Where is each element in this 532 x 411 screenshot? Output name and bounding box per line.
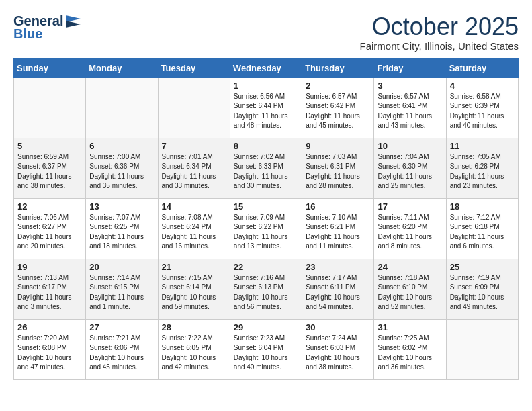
day-info: Sunrise: 6:58 AM Sunset: 6:39 PM Dayligh…	[450, 92, 515, 131]
calendar-week-row: 26Sunrise: 7:20 AM Sunset: 6:08 PM Dayli…	[14, 319, 519, 379]
day-number: 16	[306, 201, 370, 212]
day-number: 8	[234, 141, 298, 151]
day-info: Sunrise: 7:23 AM Sunset: 6:04 PM Dayligh…	[234, 334, 298, 373]
calendar-cell: 31Sunrise: 7:25 AM Sunset: 6:02 PM Dayli…	[374, 319, 446, 379]
day-number: 31	[378, 322, 442, 332]
day-number: 11	[450, 141, 515, 151]
calendar-cell: 11Sunrise: 7:05 AM Sunset: 6:28 PM Dayli…	[446, 138, 518, 198]
day-number: 2	[306, 81, 370, 91]
day-info: Sunrise: 7:13 AM Sunset: 6:17 PM Dayligh…	[17, 273, 82, 312]
logo: General Blue	[13, 13, 81, 42]
calendar-week-row: 19Sunrise: 7:13 AM Sunset: 6:17 PM Dayli…	[14, 259, 519, 319]
day-number: 19	[17, 262, 82, 272]
day-number: 23	[306, 262, 370, 272]
day-info: Sunrise: 7:06 AM Sunset: 6:27 PM Dayligh…	[17, 213, 82, 252]
calendar-cell: 16Sunrise: 7:10 AM Sunset: 6:21 PM Dayli…	[302, 198, 374, 259]
calendar-cell: 18Sunrise: 7:12 AM Sunset: 6:18 PM Dayli…	[446, 198, 518, 259]
day-info: Sunrise: 6:57 AM Sunset: 6:42 PM Dayligh…	[306, 92, 370, 131]
day-number: 1	[234, 81, 298, 91]
day-number: 6	[89, 141, 154, 151]
calendar-cell: 8Sunrise: 7:02 AM Sunset: 6:33 PM Daylig…	[230, 138, 302, 198]
day-info: Sunrise: 7:11 AM Sunset: 6:20 PM Dayligh…	[378, 213, 442, 252]
day-info: Sunrise: 7:21 AM Sunset: 6:06 PM Dayligh…	[89, 334, 154, 373]
calendar-cell: 29Sunrise: 7:23 AM Sunset: 6:04 PM Dayli…	[230, 319, 302, 379]
calendar-cell	[158, 77, 230, 138]
day-info: Sunrise: 7:22 AM Sunset: 6:05 PM Dayligh…	[162, 334, 226, 373]
day-header-wednesday: Wednesday	[230, 58, 302, 77]
calendar-cell	[14, 77, 86, 138]
calendar-cell: 26Sunrise: 7:20 AM Sunset: 6:08 PM Dayli…	[14, 319, 86, 379]
day-header-sunday: Sunday	[14, 58, 86, 77]
location: Fairmont City, Illinois, United States	[360, 40, 519, 52]
calendar-cell: 19Sunrise: 7:13 AM Sunset: 6:17 PM Dayli…	[14, 259, 86, 319]
calendar-cell: 21Sunrise: 7:15 AM Sunset: 6:14 PM Dayli…	[158, 259, 230, 319]
calendar-cell: 30Sunrise: 7:24 AM Sunset: 6:03 PM Dayli…	[302, 319, 374, 379]
day-number: 4	[450, 81, 515, 91]
calendar-cell	[86, 77, 158, 138]
day-number: 17	[378, 201, 442, 212]
day-info: Sunrise: 7:12 AM Sunset: 6:18 PM Dayligh…	[450, 213, 515, 252]
day-info: Sunrise: 7:03 AM Sunset: 6:31 PM Dayligh…	[306, 152, 370, 191]
calendar-week-row: 12Sunrise: 7:06 AM Sunset: 6:27 PM Dayli…	[14, 198, 519, 259]
day-info: Sunrise: 6:57 AM Sunset: 6:41 PM Dayligh…	[378, 92, 442, 131]
day-info: Sunrise: 7:25 AM Sunset: 6:02 PM Dayligh…	[378, 334, 442, 373]
day-number: 28	[162, 322, 226, 332]
day-number: 13	[89, 201, 154, 212]
calendar-cell: 12Sunrise: 7:06 AM Sunset: 6:27 PM Dayli…	[14, 198, 86, 259]
day-header-thursday: Thursday	[302, 58, 374, 77]
day-info: Sunrise: 7:10 AM Sunset: 6:21 PM Dayligh…	[306, 213, 370, 252]
calendar-cell: 9Sunrise: 7:03 AM Sunset: 6:31 PM Daylig…	[302, 138, 374, 198]
day-number: 21	[162, 262, 226, 272]
calendar-cell: 4Sunrise: 6:58 AM Sunset: 6:39 PM Daylig…	[446, 77, 518, 138]
day-info: Sunrise: 7:18 AM Sunset: 6:10 PM Dayligh…	[378, 273, 442, 312]
calendar-cell: 15Sunrise: 7:09 AM Sunset: 6:22 PM Dayli…	[230, 198, 302, 259]
svg-marker-0	[66, 15, 81, 22]
calendar-cell: 10Sunrise: 7:04 AM Sunset: 6:30 PM Dayli…	[374, 138, 446, 198]
calendar-table: SundayMondayTuesdayWednesdayThursdayFrid…	[13, 58, 519, 380]
day-info: Sunrise: 7:19 AM Sunset: 6:09 PM Dayligh…	[450, 273, 515, 312]
day-info: Sunrise: 7:08 AM Sunset: 6:24 PM Dayligh…	[162, 213, 226, 252]
day-number: 7	[162, 141, 226, 151]
day-info: Sunrise: 7:14 AM Sunset: 6:15 PM Dayligh…	[89, 273, 154, 312]
day-info: Sunrise: 6:59 AM Sunset: 6:37 PM Dayligh…	[17, 152, 82, 191]
day-number: 25	[450, 262, 515, 272]
calendar-cell: 23Sunrise: 7:17 AM Sunset: 6:11 PM Dayli…	[302, 259, 374, 319]
calendar-header-row: SundayMondayTuesdayWednesdayThursdayFrid…	[14, 58, 519, 77]
day-number: 3	[378, 81, 442, 91]
day-number: 18	[450, 201, 515, 212]
day-info: Sunrise: 7:04 AM Sunset: 6:30 PM Dayligh…	[378, 152, 442, 191]
day-number: 22	[234, 262, 298, 272]
day-info: Sunrise: 7:02 AM Sunset: 6:33 PM Dayligh…	[234, 152, 298, 191]
day-number: 24	[378, 262, 442, 272]
day-header-saturday: Saturday	[446, 58, 518, 77]
logo-flag-icon	[66, 15, 81, 28]
day-number: 12	[17, 201, 82, 212]
svg-marker-1	[66, 21, 81, 28]
calendar-cell: 24Sunrise: 7:18 AM Sunset: 6:10 PM Dayli…	[374, 259, 446, 319]
day-info: Sunrise: 7:09 AM Sunset: 6:22 PM Dayligh…	[234, 213, 298, 252]
day-number: 14	[162, 201, 226, 212]
calendar-week-row: 5Sunrise: 6:59 AM Sunset: 6:37 PM Daylig…	[14, 138, 519, 198]
day-number: 5	[17, 141, 82, 151]
calendar-cell: 22Sunrise: 7:16 AM Sunset: 6:13 PM Dayli…	[230, 259, 302, 319]
day-number: 10	[378, 141, 442, 151]
day-number: 30	[306, 322, 370, 332]
day-header-monday: Monday	[86, 58, 158, 77]
calendar-week-row: 1Sunrise: 6:56 AM Sunset: 6:44 PM Daylig…	[14, 77, 519, 138]
month-title: October 2025	[360, 13, 519, 40]
calendar-cell: 27Sunrise: 7:21 AM Sunset: 6:06 PM Dayli…	[86, 319, 158, 379]
day-info: Sunrise: 6:56 AM Sunset: 6:44 PM Dayligh…	[234, 92, 298, 131]
calendar-cell: 17Sunrise: 7:11 AM Sunset: 6:20 PM Dayli…	[374, 198, 446, 259]
calendar-cell: 5Sunrise: 6:59 AM Sunset: 6:37 PM Daylig…	[14, 138, 86, 198]
calendar-cell: 13Sunrise: 7:07 AM Sunset: 6:25 PM Dayli…	[86, 198, 158, 259]
calendar-cell: 1Sunrise: 6:56 AM Sunset: 6:44 PM Daylig…	[230, 77, 302, 138]
calendar-cell: 2Sunrise: 6:57 AM Sunset: 6:42 PM Daylig…	[302, 77, 374, 138]
day-number: 20	[89, 262, 154, 272]
day-info: Sunrise: 7:15 AM Sunset: 6:14 PM Dayligh…	[162, 273, 226, 312]
calendar-cell: 3Sunrise: 6:57 AM Sunset: 6:41 PM Daylig…	[374, 77, 446, 138]
day-info: Sunrise: 7:17 AM Sunset: 6:11 PM Dayligh…	[306, 273, 370, 312]
logo-blue: Blue	[13, 26, 42, 42]
calendar-cell	[446, 319, 518, 379]
calendar-cell: 6Sunrise: 7:00 AM Sunset: 6:36 PM Daylig…	[86, 138, 158, 198]
day-number: 9	[306, 141, 370, 151]
